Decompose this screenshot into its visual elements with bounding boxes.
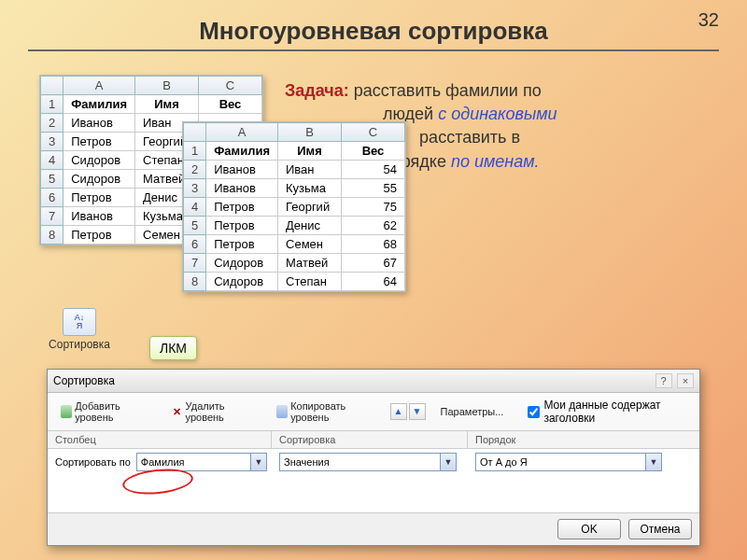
col-header-c[interactable]: C	[342, 123, 405, 142]
cell[interactable]: Георгий	[278, 198, 342, 217]
cell[interactable]: Иванов	[206, 161, 278, 179]
row-header[interactable]: 7	[184, 254, 206, 273]
row-header[interactable]: 7	[41, 207, 63, 226]
cell[interactable]: Денис	[278, 217, 342, 235]
sort-by-combo[interactable]: Фамилия ▼	[136, 453, 267, 471]
cell[interactable]: Степан	[278, 273, 342, 291]
excel-grid-sorted: A B C 1 Фамилия Имя Вес 2ИвановИван543Ив…	[182, 121, 406, 292]
cell[interactable]: Сидоров	[63, 170, 135, 189]
copy-level-button[interactable]: Копировать уровень	[271, 399, 381, 425]
add-level-button[interactable]: Добавить уровень	[55, 399, 156, 425]
sort-by-label: Сортировать по	[55, 456, 131, 468]
cell[interactable]: 55	[342, 179, 405, 198]
cell[interactable]: Семен	[278, 235, 342, 254]
params-button[interactable]: Параметры...	[435, 404, 510, 419]
row-header[interactable]: 2	[41, 114, 63, 133]
cell[interactable]: 64	[342, 273, 405, 291]
add-level-icon	[61, 405, 72, 418]
column-header-sort: Сортировка	[272, 431, 468, 448]
move-up-button[interactable]: ▲	[390, 403, 407, 420]
sort-ribbon-label: Сортировка	[47, 338, 112, 351]
cancel-button[interactable]: Отмена	[628, 519, 692, 539]
task-label: Задача:	[285, 81, 349, 100]
cell[interactable]: Петров	[63, 189, 135, 207]
cell[interactable]: 67	[342, 254, 405, 273]
chevron-down-icon[interactable]: ▼	[250, 454, 266, 470]
cell[interactable]: 75	[342, 198, 405, 217]
cell[interactable]: Петров	[206, 217, 278, 235]
help-button[interactable]: ?	[655, 373, 672, 388]
cell[interactable]: Иванов	[63, 207, 135, 226]
delete-level-button[interactable]: ✕ Удалить уровень	[165, 399, 261, 425]
corner-cell[interactable]	[41, 77, 63, 95]
cell[interactable]: Кузьма	[278, 179, 342, 198]
corner-cell[interactable]	[184, 123, 206, 142]
sort-on-combo[interactable]: Значения ▼	[279, 453, 457, 471]
lkm-badge: ЛКМ	[149, 336, 197, 360]
cell[interactable]: Иванов	[206, 179, 278, 198]
row-header[interactable]: 4	[184, 198, 206, 217]
cell[interactable]: Имя	[278, 142, 342, 161]
chevron-down-icon[interactable]: ▼	[645, 454, 661, 470]
cell[interactable]: Петров	[63, 226, 135, 245]
cell[interactable]: Матвей	[278, 254, 342, 273]
cell[interactable]: Петров	[206, 198, 278, 217]
cell[interactable]: 62	[342, 217, 405, 235]
page-number: 32	[698, 9, 719, 31]
row-header[interactable]: 6	[41, 189, 63, 207]
cell[interactable]: Сидоров	[206, 273, 278, 291]
cell[interactable]: Петров	[63, 133, 135, 151]
close-button[interactable]: ×	[677, 373, 694, 388]
headers-checkbox-input[interactable]	[528, 406, 540, 418]
row-header[interactable]: 8	[41, 226, 63, 245]
ok-button[interactable]: OK	[557, 519, 621, 539]
col-header-b[interactable]: B	[135, 77, 199, 95]
cell[interactable]: Петров	[206, 235, 278, 254]
cell[interactable]: Фамилия	[206, 142, 278, 161]
cell[interactable]: Имя	[135, 95, 199, 114]
col-header-b[interactable]: B	[278, 123, 342, 142]
cell[interactable]: Иванов	[63, 114, 135, 133]
row-header[interactable]: 1	[184, 142, 206, 161]
row-header[interactable]: 5	[184, 217, 206, 235]
row-header[interactable]: 3	[41, 133, 63, 151]
column-header-col: Столбец	[48, 431, 272, 448]
cell[interactable]: Сидоров	[206, 254, 278, 273]
chevron-down-icon[interactable]: ▼	[440, 454, 456, 470]
move-down-button[interactable]: ▼	[409, 403, 426, 420]
row-header[interactable]: 4	[41, 151, 63, 170]
delete-level-icon: ✕	[171, 405, 182, 418]
col-header-a[interactable]: A	[206, 123, 278, 142]
row-header[interactable]: 3	[184, 179, 206, 198]
page-title: Многоуровневая сортировка	[28, 0, 719, 51]
copy-level-icon	[276, 405, 288, 418]
row-header[interactable]: 2	[184, 161, 206, 179]
cell[interactable]: 54	[342, 161, 405, 179]
sort-icon	[63, 308, 96, 336]
cell[interactable]: 68	[342, 235, 405, 254]
col-header-a[interactable]: A	[63, 77, 135, 95]
cell[interactable]: Вес	[342, 142, 405, 161]
col-header-c[interactable]: C	[199, 77, 262, 95]
cell[interactable]: Иван	[278, 161, 342, 179]
row-header[interactable]: 8	[184, 273, 206, 291]
row-header[interactable]: 6	[184, 235, 206, 254]
headers-checkbox[interactable]: Мои данные содержат заголовки	[528, 399, 692, 425]
cell[interactable]: Вес	[199, 95, 262, 114]
row-header[interactable]: 1	[41, 95, 63, 114]
sort-dialog: Сортировка ? × Добавить уровень ✕ Удалит…	[47, 369, 700, 546]
column-header-order: Порядок	[468, 431, 699, 448]
cell[interactable]: Сидоров	[63, 151, 135, 170]
row-header[interactable]: 5	[41, 170, 63, 189]
sort-ribbon-button[interactable]: Сортировка	[47, 308, 112, 351]
order-combo[interactable]: От А до Я ▼	[475, 453, 662, 471]
dialog-title: Сортировка	[53, 374, 115, 387]
cell[interactable]: Фамилия	[63, 95, 135, 114]
